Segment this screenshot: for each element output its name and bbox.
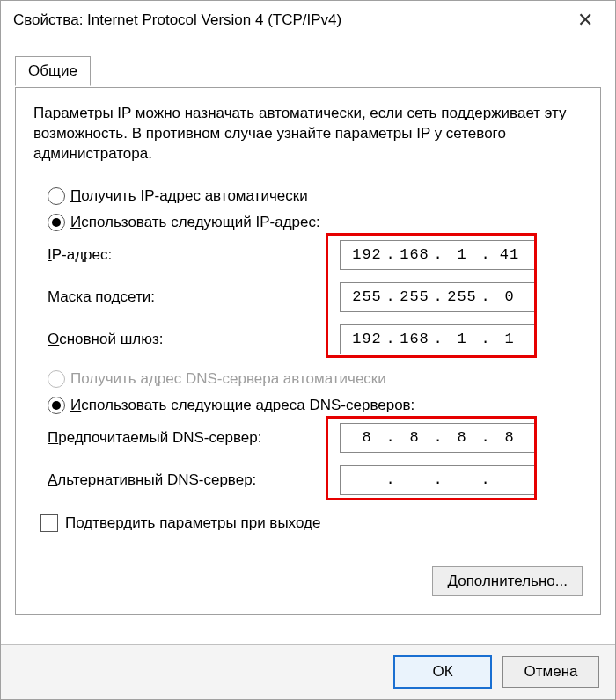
label-preferred-dns: Предпочитаемый DNS-сервер:	[40, 429, 312, 447]
description-text: Параметры IP можно назначать автоматичес…	[33, 104, 583, 164]
dns-group: Получить адрес DNS-сервера автоматически…	[40, 370, 583, 495]
radio-label: Получить адрес DNS-сервера автоматически	[70, 370, 386, 388]
radio-label: Использовать следующие адреса DNS-сервер…	[70, 397, 414, 414]
radio-obtain-dns-auto: Получить адрес DNS-сервера автоматически	[48, 370, 583, 388]
radio-icon	[48, 370, 65, 388]
label-ip-address: IP-адрес:	[40, 246, 312, 264]
label-alternate-dns: Альтернативный DNS-сервер:	[40, 471, 312, 489]
row-subnet-mask: Маска подсети: 255. 255. 255. 0	[40, 282, 583, 312]
titlebar: Свойства: Internet Protocol Version 4 (T…	[1, 1, 615, 40]
radio-use-ip-manual[interactable]: Использовать следующий IP-адрес:	[48, 214, 583, 231]
input-subnet-mask[interactable]: 255. 255. 255. 0	[340, 282, 537, 312]
tabstrip: Общие	[15, 56, 601, 88]
label-subnet-mask: Маска подсети:	[40, 288, 312, 306]
ok-button[interactable]: ОК	[393, 655, 492, 689]
row-ip-address: IP-адрес: 192. 168. 1. 41	[40, 240, 583, 270]
input-ip-address[interactable]: 192. 168. 1. 41	[340, 240, 537, 270]
radio-label: Использовать следующий IP-адрес:	[70, 214, 320, 231]
properties-dialog: Свойства: Internet Protocol Version 4 (T…	[0, 0, 616, 700]
radio-use-dns-manual[interactable]: Использовать следующие адреса DNS-сервер…	[48, 397, 583, 414]
checkbox-validate-on-exit[interactable]: Подтвердить параметры при выходе	[40, 514, 583, 532]
tab-general[interactable]: Общие	[15, 56, 91, 86]
client-area: Общие Параметры IP можно назначать автом…	[1, 40, 615, 644]
radio-icon	[48, 397, 65, 414]
radio-icon	[48, 187, 65, 205]
advanced-button[interactable]: Дополнительно...	[432, 566, 583, 596]
close-icon[interactable]: ✕	[568, 9, 603, 32]
checkbox-label: Подтвердить параметры при выходе	[65, 514, 320, 532]
dialog-footer: ОК Отмена	[1, 644, 615, 699]
row-preferred-dns: Предпочитаемый DNS-сервер: 8. 8. 8. 8	[40, 423, 583, 453]
radio-icon	[48, 214, 65, 231]
row-alternate-dns: Альтернативный DNS-сервер: . . .	[40, 465, 583, 495]
row-default-gateway: Основной шлюз: 192. 168. 1. 1	[40, 324, 583, 354]
input-default-gateway[interactable]: 192. 168. 1. 1	[340, 324, 537, 354]
tab-panel-general: Параметры IP можно назначать автоматичес…	[15, 87, 601, 615]
radio-obtain-ip-auto[interactable]: Получить IP-адрес автоматически	[48, 187, 583, 205]
radio-label: Получить IP-адрес автоматически	[70, 187, 308, 205]
input-preferred-dns[interactable]: 8. 8. 8. 8	[340, 423, 537, 453]
dns-fields: Предпочитаемый DNS-сервер: 8. 8. 8. 8 Ал…	[40, 423, 583, 495]
cancel-button[interactable]: Отмена	[502, 656, 599, 688]
input-alternate-dns[interactable]: . . .	[340, 465, 537, 495]
ip-fields: IP-адрес: 192. 168. 1. 41 Маска подсети:…	[40, 240, 583, 354]
label-default-gateway: Основной шлюз:	[40, 331, 312, 348]
checkbox-icon	[40, 514, 58, 532]
window-title: Свойства: Internet Protocol Version 4 (T…	[13, 11, 568, 29]
ip-group: Получить IP-адрес автоматически Использо…	[40, 187, 583, 354]
